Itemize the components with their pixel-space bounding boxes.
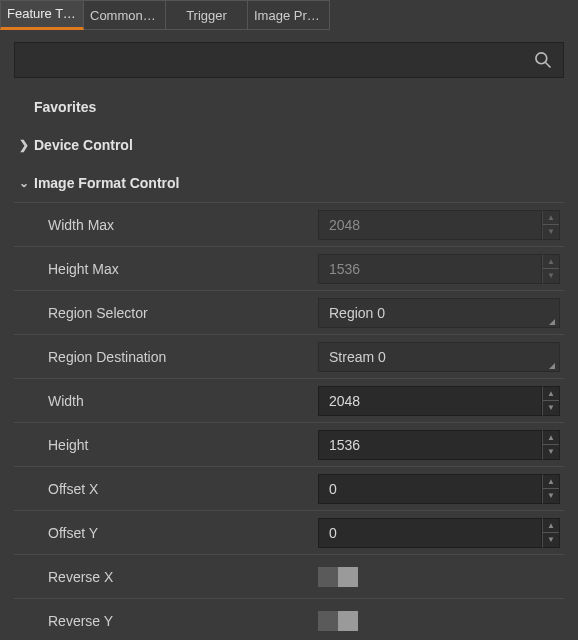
field-offset-x[interactable]: 0 [318, 474, 542, 504]
label-offset-y: Offset Y [48, 525, 318, 541]
spinner-height: ▲ ▼ [542, 430, 560, 460]
chevron-up-icon[interactable]: ▲ [543, 387, 559, 401]
tab-bar: Feature Tree Common F... Trigger Image P… [0, 0, 578, 30]
spinner-offset-y: ▲ ▼ [542, 518, 560, 548]
spinner-width-max: ▲ ▼ [542, 210, 560, 240]
search-input[interactable] [15, 43, 563, 77]
feature-tree: Favorites ❯ Device Control ⌄ Image Forma… [0, 88, 578, 640]
section-favorites[interactable]: Favorites [14, 88, 564, 126]
toggle-reverse-x[interactable] [318, 567, 358, 587]
row-height-max: Height Max 1536 ▲ ▼ [14, 247, 564, 291]
row-width: Width 2048 ▲ ▼ [14, 379, 564, 423]
section-label: Image Format Control [34, 175, 179, 191]
toggle-knob [338, 567, 358, 587]
value-offset-y[interactable]: 0 ▲ ▼ [318, 518, 560, 548]
field-width-max: 2048 [318, 210, 542, 240]
section-device-control[interactable]: ❯ Device Control [14, 126, 564, 164]
value-width[interactable]: 2048 ▲ ▼ [318, 386, 560, 416]
chevron-up-icon[interactable]: ▲ [543, 475, 559, 489]
search-box [14, 42, 564, 78]
value-region-selector[interactable]: Region 0 [318, 298, 560, 328]
value-reverse-y [318, 606, 560, 636]
section-label: Favorites [34, 99, 96, 115]
spinner-height-max: ▲ ▼ [542, 254, 560, 284]
svg-point-0 [536, 53, 547, 64]
label-reverse-x: Reverse X [48, 569, 318, 585]
value-offset-x[interactable]: 0 ▲ ▼ [318, 474, 560, 504]
label-width-max: Width Max [48, 217, 318, 233]
row-region-selector: Region Selector Region 0 [14, 291, 564, 335]
toggle-track [318, 611, 338, 631]
chevron-right-icon: ❯ [14, 138, 34, 152]
field-offset-y[interactable]: 0 [318, 518, 542, 548]
value-region-destination[interactable]: Stream 0 [318, 342, 560, 372]
row-region-destination: Region Destination Stream 0 [14, 335, 564, 379]
select-region-destination[interactable]: Stream 0 [318, 342, 560, 372]
chevron-up-icon[interactable]: ▲ [543, 519, 559, 533]
chevron-up-icon[interactable]: ▲ [543, 431, 559, 445]
row-offset-x: Offset X 0 ▲ ▼ [14, 467, 564, 511]
chevron-up-icon: ▲ [543, 211, 559, 225]
chevron-down-icon[interactable]: ▼ [543, 444, 559, 459]
value-width-max: 2048 ▲ ▼ [318, 210, 560, 240]
chevron-down-icon: ⌄ [14, 176, 34, 190]
tab-image-pro[interactable]: Image Pro... [248, 0, 330, 30]
row-height: Height 1536 ▲ ▼ [14, 423, 564, 467]
field-height-max: 1536 [318, 254, 542, 284]
chevron-down-icon[interactable]: ▼ [543, 532, 559, 547]
spinner-offset-x: ▲ ▼ [542, 474, 560, 504]
toggle-track [318, 567, 338, 587]
row-reverse-x: Reverse X [14, 555, 564, 599]
section-label: Device Control [34, 137, 133, 153]
chevron-down-icon[interactable]: ▼ [543, 488, 559, 503]
value-height[interactable]: 1536 ▲ ▼ [318, 430, 560, 460]
label-height-max: Height Max [48, 261, 318, 277]
label-region-destination: Region Destination [48, 349, 318, 365]
field-height[interactable]: 1536 [318, 430, 542, 460]
tab-trigger[interactable]: Trigger [166, 0, 248, 30]
label-offset-x: Offset X [48, 481, 318, 497]
tab-common[interactable]: Common F... [84, 0, 166, 30]
value-reverse-x [318, 562, 560, 592]
select-region-selector[interactable]: Region 0 [318, 298, 560, 328]
toggle-knob [338, 611, 358, 631]
svg-line-1 [546, 63, 551, 68]
label-height: Height [48, 437, 318, 453]
search-icon[interactable] [533, 50, 553, 70]
toggle-reverse-y[interactable] [318, 611, 358, 631]
chevron-down-icon: ▼ [543, 224, 559, 239]
dropdown-corner-icon [549, 319, 555, 325]
row-reverse-y: Reverse Y [14, 599, 564, 640]
dropdown-corner-icon [549, 363, 555, 369]
value-height-max: 1536 ▲ ▼ [318, 254, 560, 284]
field-width[interactable]: 2048 [318, 386, 542, 416]
chevron-up-icon: ▲ [543, 255, 559, 269]
label-reverse-y: Reverse Y [48, 613, 318, 629]
row-offset-y: Offset Y 0 ▲ ▼ [14, 511, 564, 555]
section-image-format-control[interactable]: ⌄ Image Format Control [14, 164, 564, 202]
label-region-selector: Region Selector [48, 305, 318, 321]
image-format-control-props: Width Max 2048 ▲ ▼ Height Max 1536 ▲ ▼ [14, 202, 564, 640]
chevron-down-icon: ▼ [543, 268, 559, 283]
label-width: Width [48, 393, 318, 409]
tab-feature-tree[interactable]: Feature Tree [0, 0, 84, 30]
search-row [0, 30, 578, 88]
spinner-width: ▲ ▼ [542, 386, 560, 416]
row-width-max: Width Max 2048 ▲ ▼ [14, 203, 564, 247]
chevron-down-icon[interactable]: ▼ [543, 400, 559, 415]
